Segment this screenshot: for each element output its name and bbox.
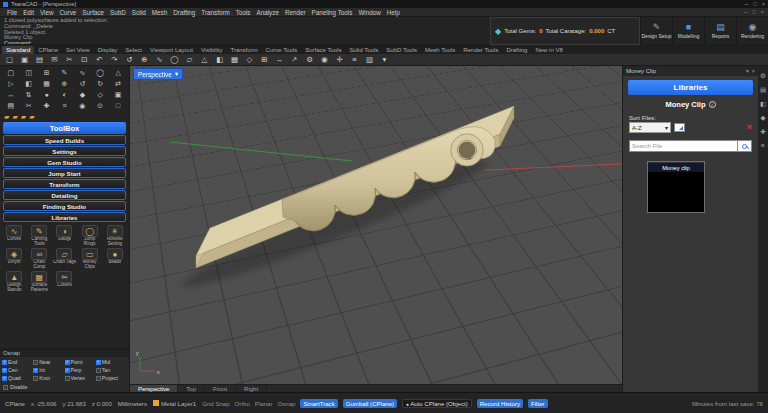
ribbon-tab-new-in-v8[interactable]: New in V8 bbox=[531, 46, 566, 54]
toolbox-gem-studio[interactable]: Gem Studio bbox=[3, 157, 126, 167]
osnap-checkbox[interactable] bbox=[33, 360, 38, 365]
workflow-design-setup[interactable]: ✎Design Setup bbox=[640, 17, 672, 44]
tool-cutters[interactable]: ✂Cutters bbox=[52, 271, 76, 293]
osnap-mid[interactable]: Mid bbox=[96, 358, 127, 366]
cplane-selector[interactable]: CPlane bbox=[5, 400, 25, 407]
ribbon-tab-drafting[interactable]: Drafting bbox=[502, 46, 531, 54]
sidebar-icon-3[interactable]: ✎ bbox=[56, 67, 74, 78]
sidebar-icon-25[interactable]: ◉ bbox=[73, 100, 91, 111]
menu-help[interactable]: Help bbox=[384, 9, 403, 16]
sidebar-icon-0[interactable]: ▢ bbox=[2, 67, 20, 78]
ribbon-tab-subd-tools[interactable]: SubD Tools bbox=[382, 46, 421, 54]
toolbox-settings[interactable]: Settings bbox=[3, 146, 126, 156]
clear-filter-icon[interactable]: × bbox=[747, 123, 752, 132]
status-toggle-record-history[interactable]: Record History bbox=[477, 399, 523, 408]
ribbon-tab-standard[interactable]: Standard bbox=[2, 46, 34, 54]
sidebar-icon-16[interactable]: ● bbox=[38, 89, 56, 100]
tool-beads[interactable]: ●Beads bbox=[103, 248, 127, 270]
sidebar-icon-17[interactable]: ◐ bbox=[56, 89, 74, 100]
ribbon-tab-solid-tools[interactable]: Solid Tools bbox=[345, 46, 382, 54]
toolbar-group-tab-0[interactable]: ▰ bbox=[4, 113, 9, 121]
toolbar-icon-1[interactable]: ▣ bbox=[18, 55, 31, 64]
tool-rosette-setting[interactable]: ✳Rosette Setting bbox=[103, 225, 127, 247]
osnap-checkbox[interactable] bbox=[65, 368, 70, 373]
osnap-checkbox[interactable] bbox=[2, 368, 7, 373]
osnap-tan[interactable]: Tan bbox=[96, 366, 127, 374]
osnap-checkbox[interactable] bbox=[2, 376, 7, 381]
osnap-quad[interactable]: Quad bbox=[2, 374, 33, 382]
maximize-button[interactable]: □ bbox=[753, 1, 756, 7]
osnap-checkbox[interactable] bbox=[65, 376, 70, 381]
toolbar-icon-10[interactable]: ∿ bbox=[153, 55, 166, 64]
osnap-knot[interactable]: Knot bbox=[33, 374, 64, 382]
sidebar-icon-12[interactable]: ↻ bbox=[91, 78, 109, 89]
sidebar-icon-4[interactable]: ∿ bbox=[73, 67, 91, 78]
doc-restore-button[interactable]: □ bbox=[752, 9, 755, 15]
panel-tab-icon-1[interactable]: ▤ bbox=[760, 86, 766, 93]
toolbar-icon-6[interactable]: ↶ bbox=[93, 55, 106, 64]
osnap-point[interactable]: Point bbox=[65, 358, 96, 366]
toolbar-icon-18[interactable]: ↔ bbox=[273, 55, 286, 64]
toolbar-icon-2[interactable]: ▤ bbox=[33, 55, 46, 64]
toolbar-icon-8[interactable]: ↺ bbox=[123, 55, 136, 64]
tool-curves[interactable]: ∿Curves bbox=[2, 225, 26, 247]
tool-design-stands[interactable]: ▲Design Stands bbox=[2, 271, 26, 293]
ribbon-tab-mesh-tools[interactable]: Mesh Tools bbox=[421, 46, 459, 54]
viewport-canvas[interactable]: x y bbox=[130, 66, 622, 384]
libraries-button[interactable]: Libraries bbox=[628, 80, 753, 95]
toolbar-icon-7[interactable]: ↷ bbox=[108, 55, 121, 64]
workflow-modelling[interactable]: ■Modelling bbox=[672, 17, 704, 44]
library-item[interactable]: Money clip bbox=[647, 161, 705, 213]
sidebar-icon-26[interactable]: ⊙ bbox=[91, 100, 109, 111]
sidebar-icon-2[interactable]: ⊞ bbox=[38, 67, 56, 78]
panel-collapse-icon[interactable]: ▾ bbox=[746, 68, 749, 74]
toolbar-icon-14[interactable]: ◧ bbox=[213, 55, 226, 64]
panel-tab-icon-2[interactable]: ◧ bbox=[760, 100, 766, 107]
panel-tab-icon-5[interactable]: ≡ bbox=[761, 142, 765, 149]
import-file-icon[interactable] bbox=[674, 123, 685, 132]
toolbar-icon-16[interactable]: ◇ bbox=[243, 55, 256, 64]
menu-surface[interactable]: Surface bbox=[79, 9, 107, 16]
viewport[interactable]: x y Perspective ▾ bbox=[130, 66, 622, 384]
toolbar-icon-12[interactable]: ▱ bbox=[183, 55, 196, 64]
ribbon-tab-select[interactable]: Select bbox=[121, 46, 146, 54]
osnap-checkbox[interactable] bbox=[96, 368, 101, 373]
sidebar-icon-27[interactable]: □ bbox=[109, 100, 127, 111]
status-toggle-filter[interactable]: Filter bbox=[528, 399, 548, 408]
sidebar-icon-11[interactable]: ↺ bbox=[73, 78, 91, 89]
tool-smyth[interactable]: ◈Smyth bbox=[2, 248, 26, 270]
workflow-reports[interactable]: ▤Reports bbox=[704, 17, 736, 44]
toolbar-icon-3[interactable]: ✉ bbox=[48, 55, 61, 64]
status-toggle-gumball-cplane[interactable]: Gumball (CPlane) bbox=[343, 399, 397, 408]
toolbox-detailing[interactable]: Detailing bbox=[3, 190, 126, 200]
menu-view[interactable]: View bbox=[37, 9, 57, 16]
library-item-thumbnail[interactable]: Money clip bbox=[648, 162, 704, 212]
osnap-checkbox[interactable] bbox=[33, 368, 38, 373]
menu-render[interactable]: Render bbox=[282, 9, 309, 16]
sidebar-icon-14[interactable]: ↔ bbox=[2, 89, 20, 100]
sidebar-icon-20[interactable]: ▣ bbox=[109, 89, 127, 100]
close-button[interactable]: × bbox=[762, 1, 765, 7]
tool-chain-comp[interactable]: ∞Chain Comp bbox=[27, 248, 51, 270]
panel-close-icon[interactable]: × bbox=[752, 68, 755, 74]
sidebar-icon-22[interactable]: ✂ bbox=[20, 100, 38, 111]
tool-jump-rings[interactable]: ◯Jump Rings bbox=[78, 225, 102, 247]
tool-surface-patterns[interactable]: ▦Surface Patterns bbox=[27, 271, 51, 293]
sidebar-icon-7[interactable]: ▷ bbox=[2, 78, 20, 89]
viewport-tab-front[interactable]: Front bbox=[205, 385, 236, 392]
toolbar-icon-23[interactable]: ≡ bbox=[348, 55, 361, 64]
sidebar-icon-24[interactable]: ≡ bbox=[56, 100, 74, 111]
sidebar-icon-9[interactable]: ▦ bbox=[38, 78, 56, 89]
viewport-tab-right[interactable]: Right bbox=[236, 385, 267, 392]
sidebar-icon-1[interactable]: ◫ bbox=[20, 67, 38, 78]
osnap-perp[interactable]: Perp bbox=[65, 366, 96, 374]
menu-file[interactable]: File bbox=[4, 9, 20, 16]
panel-tab-icon-3[interactable]: ◆ bbox=[761, 114, 766, 121]
status-toggle-auto-cplane-object[interactable]: Auto CPlane (Object) bbox=[402, 399, 472, 408]
doc-minimize-button[interactable]: ─ bbox=[744, 9, 748, 15]
search-button[interactable] bbox=[738, 140, 752, 152]
toolbar-icon-22[interactable]: ✛ bbox=[333, 55, 346, 64]
menu-paneling-tools[interactable]: Paneling Tools bbox=[309, 9, 356, 16]
osnap-checkbox[interactable] bbox=[65, 360, 70, 365]
tool-carving-tools[interactable]: ✎Carving Tools bbox=[27, 225, 51, 247]
